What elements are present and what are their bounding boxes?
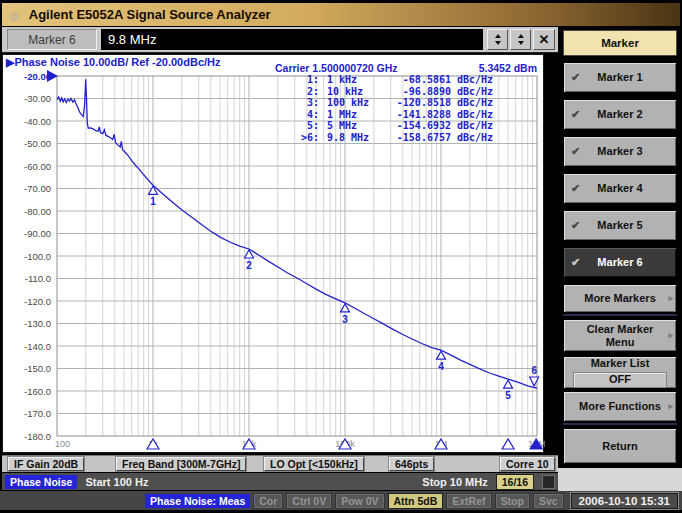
svg-text:-130.0: -130.0 xyxy=(24,318,51,329)
svg-text:-170.0: -170.0 xyxy=(24,408,51,419)
check-icon: ✔ xyxy=(571,256,580,269)
softkey-menu-title: Marker xyxy=(563,30,677,56)
status-badge: Pow 0V xyxy=(335,493,384,509)
marker-table-row: 1:1 kHz-68.5861dBc/Hz xyxy=(295,74,493,86)
svg-text:1: 1 xyxy=(150,196,156,207)
svg-text:-30.00: -30.00 xyxy=(24,93,51,104)
close-entry-icon[interactable]: ✕ xyxy=(533,29,555,50)
app-sun-icon: ☼ xyxy=(8,7,22,22)
carrier-readout: Carrier 1.500000720 GHz 5.3452 dBm xyxy=(275,62,537,74)
softkey-marker-5[interactable]: ✔Marker 5 xyxy=(563,210,677,241)
softkey-label: Marker 5 xyxy=(597,219,642,232)
softkey-label: Marker 4 xyxy=(597,182,642,195)
softkey-label: Marker 2 xyxy=(597,108,642,121)
softkey-more-functions[interactable]: More Functions▸ xyxy=(563,391,677,422)
svg-text:-80.00: -80.00 xyxy=(24,206,51,217)
marker-entry-label: Marker 6 xyxy=(7,29,97,50)
carrier-frequency: Carrier 1.500000720 GHz xyxy=(275,62,398,74)
status-badge: Stop xyxy=(495,493,530,509)
submenu-arrow-icon: ▸ xyxy=(668,292,673,305)
softkey-marker-1[interactable]: ✔Marker 1 xyxy=(563,62,677,93)
softkey-marker-list[interactable]: Marker ListOFF xyxy=(563,356,677,389)
measurement-type-badge: Phase Noise xyxy=(5,475,77,489)
e5052a-screen: ☼ Agilent E5052A Signal Source Analyzer … xyxy=(0,0,682,513)
marker-table-row: 4:1 MHz-141.8288dBc/Hz xyxy=(295,109,493,121)
svg-text:6: 6 xyxy=(531,365,537,376)
softkey-marker-3[interactable]: ✔Marker 3 xyxy=(563,136,677,167)
setting-box[interactable]: IF Gain 20dB xyxy=(8,457,84,471)
graph-window: ▶Phase Noise 10.00dB/ Ref -20.00dBc/Hz C… xyxy=(2,54,544,453)
svg-text:-180.0: -180.0 xyxy=(24,431,51,442)
setting-box[interactable]: LO Opt [<150kHz] xyxy=(264,457,364,471)
start-frequency-text: Start 100 Hz xyxy=(85,476,148,488)
menu-separator xyxy=(563,423,677,425)
svg-text:3: 3 xyxy=(342,314,348,325)
check-icon: ✔ xyxy=(571,182,580,195)
setting-box[interactable]: Corre 10 xyxy=(500,457,555,471)
softkey-marker-2[interactable]: ✔Marker 2 xyxy=(563,99,677,130)
svg-text:-90.00: -90.00 xyxy=(24,228,51,239)
softkey-clear-marker-menu[interactable]: Clear MarkerMenu▸ xyxy=(563,319,677,352)
softkey-label: Return xyxy=(602,440,637,453)
svg-text:2: 2 xyxy=(246,260,252,271)
marker-frequency-input[interactable]: 9.8 MHz xyxy=(101,29,483,50)
marker-entry-toolbar: Marker 6 9.8 MHz ✕ xyxy=(2,27,558,53)
svg-text:-20.00: -20.00 xyxy=(24,71,51,82)
softkey-label: Clear MarkerMenu xyxy=(587,323,654,349)
softkey-more-markers[interactable]: More Markers▸ xyxy=(563,284,677,313)
softkey-label: More Functions xyxy=(579,400,661,413)
spin-up-down-coarse[interactable] xyxy=(487,29,508,50)
svg-text:4: 4 xyxy=(438,361,444,372)
svg-text:-70.00: -70.00 xyxy=(24,183,51,194)
softkey-label: More Markers xyxy=(584,292,656,305)
status-badge: Phase Noise: Meas xyxy=(145,494,250,508)
svg-text:-60.00: -60.00 xyxy=(24,161,51,172)
trace-label: ▶Phase Noise 10.00dB/ Ref -20.00dBc/Hz xyxy=(6,56,221,69)
marker-table-row: 5:5 MHz-154.6932dBc/Hz xyxy=(295,120,493,132)
average-count-badge: 16/16 xyxy=(496,474,534,490)
marker-table-row: 3:100 kHz-120.8518dBc/Hz xyxy=(295,97,493,109)
softkey-marker-4[interactable]: ✔Marker 4 xyxy=(563,173,677,204)
marker-table-row: 2:10 kHz-96.8890dBc/Hz xyxy=(295,86,493,98)
status-badge: Ctrl 0V xyxy=(286,493,332,509)
softkey-label: Marker 3 xyxy=(597,145,642,158)
softkey-marker-6[interactable]: ✔Marker 6 xyxy=(563,247,677,278)
status-badge: Cor xyxy=(253,493,283,509)
check-icon: ✔ xyxy=(571,145,580,158)
marker-list-state[interactable]: OFF xyxy=(573,372,667,388)
softkey-label: Marker ListOFF xyxy=(573,357,667,388)
svg-text:-110.0: -110.0 xyxy=(25,273,51,284)
softkey-label: Marker 6 xyxy=(597,256,642,269)
carrier-power: 5.3452 dBm xyxy=(479,62,537,74)
check-icon: ✔ xyxy=(571,108,580,121)
datetime-display: 2006-10-10 15:31 xyxy=(571,493,678,509)
stop-frequency-text: Stop 10 MHz xyxy=(422,476,487,488)
status-badge: Svc xyxy=(533,493,564,509)
setting-box[interactable]: Freq Band [300M-7GHz] xyxy=(116,457,246,471)
softkey-label: Marker 1 xyxy=(597,71,642,84)
svg-text:-150.0: -150.0 xyxy=(24,363,51,374)
submenu-arrow-icon: ▸ xyxy=(668,400,673,413)
softkey-sidebar: Marker ✔Marker 1✔Marker 2✔Marker 3✔Marke… xyxy=(558,27,682,468)
setting-box[interactable]: 646pts xyxy=(389,457,434,471)
status-badge: Attn 5dB xyxy=(388,493,444,509)
svg-text:-50.00: -50.00 xyxy=(24,138,51,149)
softkey-return[interactable]: Return xyxy=(563,428,677,464)
sidebar-bottom-fill xyxy=(558,468,682,491)
window-title: Agilent E5052A Signal Source Analyzer xyxy=(29,7,271,22)
check-icon: ✔ xyxy=(571,219,580,232)
window-title-bar: ☼ Agilent E5052A Signal Source Analyzer xyxy=(2,3,680,26)
settings-bar: IF Gain 20dBFreq Band [300M-7GHz]LO Opt … xyxy=(2,455,558,472)
svg-text:-40.00: -40.00 xyxy=(24,116,51,127)
status-bar: Phase Noise: MeasCorCtrl 0VPow 0VAttn 5d… xyxy=(0,491,682,510)
measurement-bar-square xyxy=(542,475,555,489)
status-badge: ExtRef xyxy=(446,493,491,509)
check-icon: ✔ xyxy=(571,71,580,84)
svg-text:-160.0: -160.0 xyxy=(24,386,51,397)
svg-text:-100.0: -100.0 xyxy=(24,251,51,262)
svg-text:-140.0: -140.0 xyxy=(24,341,51,352)
marker-table-row: >6:9.8 MHz-158.6757dBc/Hz xyxy=(295,132,493,144)
svg-text:-120.0: -120.0 xyxy=(24,296,51,307)
marker-readout-table: 1:1 kHz-68.5861dBc/Hz2:10 kHz-96.8890dBc… xyxy=(295,74,493,144)
spin-up-down-fine[interactable] xyxy=(510,29,531,50)
